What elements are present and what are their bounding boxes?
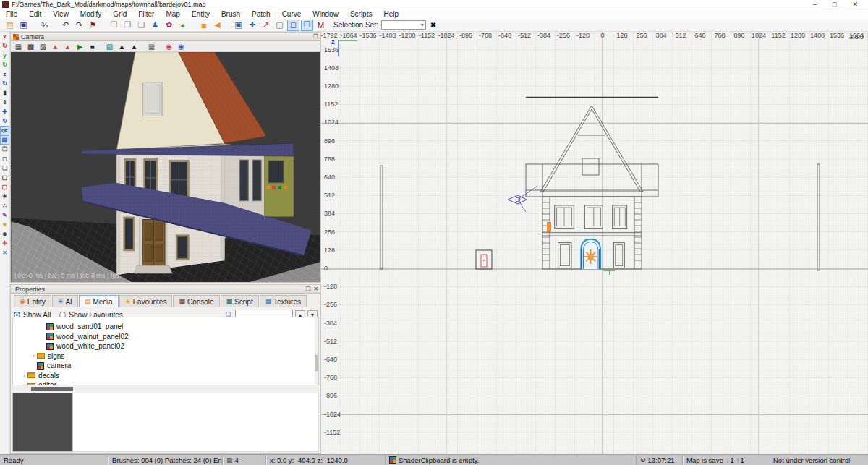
tree-item-decals[interactable]: ›decals [13, 371, 318, 381]
rotate-y-icon[interactable]: ↻ [0, 60, 9, 69]
copy-brush-icon[interactable]: ❏ [0, 163, 9, 173]
menu-map[interactable]: Map [160, 9, 185, 19]
teleport-player-button[interactable]: ↗ [260, 20, 272, 31]
entity-points-icon[interactable]: ∴ [0, 201, 9, 210]
flip-y-icon[interactable]: y [0, 51, 9, 60]
look-through-selected-icon[interactable]: ◉ [163, 42, 174, 51]
start-realtime-icon[interactable]: ▶ [75, 42, 85, 51]
copy-shader-button[interactable]: ❐ [108, 20, 120, 31]
lighting-mode-icon[interactable]: ▲ [50, 42, 61, 51]
tree-item-wood_white_panel02[interactable]: wood_white_panel02 [13, 341, 318, 351]
stop-realtime-icon[interactable]: ■ [87, 42, 98, 51]
camera-3d-viewport[interactable]: | f/e: 0 ms | b/e: 0 ms | tot: 0 ms | fp… [11, 52, 320, 282]
menu-modify[interactable]: Modify [75, 9, 107, 19]
texture-lock-button[interactable]: ▣ [232, 20, 244, 31]
menu-patch[interactable]: Patch [246, 9, 276, 19]
maximize-button[interactable]: □ [833, 1, 836, 8]
map-size-info-button[interactable]: ¾ [38, 20, 51, 31]
tree-item-signs[interactable]: ›signs [13, 351, 318, 362]
expand-arrow-icon[interactable]: › [30, 352, 37, 359]
camera-panel-header[interactable]: Camera ❐ [11, 33, 320, 41]
menu-scripts[interactable]: Scripts [344, 9, 378, 19]
menu-edit[interactable]: Edit [23, 9, 47, 19]
tree-item-camera[interactable]: camera [13, 361, 318, 371]
selection-set-combo[interactable]: ▾ [381, 20, 426, 30]
textured-mode-icon[interactable]: ▨ [38, 42, 48, 51]
tree-horizontal-scrollbar[interactable] [12, 387, 319, 391]
paint-tool-icon[interactable]: ✎ [0, 210, 9, 220]
translate-mode-icon[interactable]: ✚ [0, 107, 9, 116]
open-map-button[interactable]: ▤ [4, 20, 16, 31]
pin-selection-icon[interactable]: ✖ [430, 21, 436, 29]
expand-arrow-icon[interactable]: › [21, 382, 27, 385]
menu-grid[interactable]: Grid [107, 9, 132, 19]
flip-z-icon[interactable]: z [0, 69, 9, 79]
menu-help[interactable]: Help [378, 9, 404, 19]
minimize-button[interactable]: – [813, 1, 817, 8]
tree-vertical-scrollbar[interactable] [315, 317, 318, 385]
create-light-button[interactable]: ◙ [197, 20, 210, 31]
look-through-camera-icon[interactable]: ◉ [176, 42, 187, 51]
tab-favourites[interactable]: ★Favourites [119, 295, 173, 307]
layout-toggle-button[interactable]: ❐ [301, 20, 313, 31]
orthographic-viewport[interactable]: -1792-1664-1536-1408-1280-1152-1024-896-… [321, 32, 868, 454]
rotate-z-icon[interactable]: ↻ [0, 79, 9, 88]
media-tree[interactable]: wood_sand01_panelwood_walnut_panel02wood… [12, 317, 319, 385]
snapshot-button[interactable]: ⚑ [87, 20, 99, 31]
tab-media[interactable]: ▤Media [79, 295, 119, 307]
tree-item-wood_sand01_panel[interactable]: wood_sand01_panel [13, 322, 318, 332]
menu-curve[interactable]: Curve [276, 9, 307, 19]
farclip-in-icon[interactable]: ▲ [116, 42, 127, 51]
pointfile-button[interactable]: ✚ [246, 20, 258, 31]
create-speaker-button[interactable]: ◀ [211, 20, 224, 31]
speaker-marker[interactable] [548, 222, 551, 231]
redo-button[interactable]: ↷ [73, 20, 85, 31]
expand-arrow-icon[interactable]: › [21, 372, 27, 379]
select-inside-icon[interactable]: ▮ [0, 88, 9, 98]
rotate-x-icon[interactable]: ↻ [0, 41, 9, 51]
menu-file[interactable]: File [0, 9, 23, 19]
wireframe-mode-icon[interactable]: ▦ [13, 42, 24, 51]
paste-shader-button[interactable]: ❐ [122, 20, 134, 31]
tab-script[interactable]: ▦Script [221, 295, 259, 307]
float-panel-icon[interactable]: ❐ [305, 286, 310, 292]
ai-head-icon[interactable]: ☻ [0, 229, 9, 239]
camera-maximize-icon[interactable]: ❐ [313, 33, 318, 40]
farclip-out-icon[interactable]: ▲ [129, 42, 140, 51]
tree-item-editor[interactable]: ›editor [13, 380, 318, 385]
close-panel-icon[interactable]: ✕ [313, 286, 318, 292]
ai-entity-button[interactable]: ♟ [149, 20, 161, 31]
tree-item-wood_walnut_panel02[interactable]: wood_walnut_panel02 [13, 332, 318, 342]
tab-ai[interactable]: ✳AI [52, 295, 78, 307]
tab-textures[interactable]: ▦Textures [260, 295, 307, 307]
menu-filter[interactable]: Filter [132, 9, 160, 19]
axis-arrows-icon[interactable]: ✛ [0, 239, 9, 248]
paste-shader-natural-button[interactable]: ❏ [135, 20, 148, 31]
texture-preview[interactable] [12, 393, 73, 452]
menu-entity[interactable]: Entity [186, 9, 216, 19]
resize-mode-icon[interactable]: ⇕ [0, 98, 9, 107]
region-box-icon[interactable]: ▢ [0, 182, 9, 192]
qe-tool-icon[interactable]: QE [0, 126, 9, 135]
group-select-button[interactable]: ▢ [273, 20, 286, 31]
brush-outline-icon[interactable]: ▢ [0, 173, 9, 182]
grid-toggle-icon[interactable]: ▦ [146, 42, 157, 51]
model-button[interactable]: ● [176, 20, 189, 31]
light-tool-icon[interactable]: ★ [0, 220, 9, 229]
float-view-icon[interactable]: ❐ [0, 145, 9, 154]
clip-plane-icon[interactable]: ▧ [104, 42, 115, 51]
misc-tool-icon[interactable]: ✕ [0, 248, 9, 257]
region-toggle-button[interactable]: ◻ [287, 20, 299, 31]
save-map-button[interactable]: ▣ [17, 20, 30, 31]
menu-window[interactable]: Window [307, 9, 344, 19]
texture-tool-button[interactable]: M [315, 20, 327, 31]
tab-console[interactable]: ▦Console [173, 295, 219, 307]
stamp-button[interactable]: ✿ [163, 20, 175, 31]
tab-entity[interactable]: ◉Entity [14, 295, 51, 307]
menu-view[interactable]: View [47, 9, 75, 19]
lighting-preview-icon[interactable]: ▲ [62, 42, 73, 51]
menu-brush[interactable]: Brush [216, 9, 246, 19]
flip-x-icon[interactable]: x [0, 32, 9, 41]
select-touching-icon[interactable]: ◻ [0, 154, 9, 163]
manipulator-icon[interactable]: ▤ [0, 135, 9, 145]
